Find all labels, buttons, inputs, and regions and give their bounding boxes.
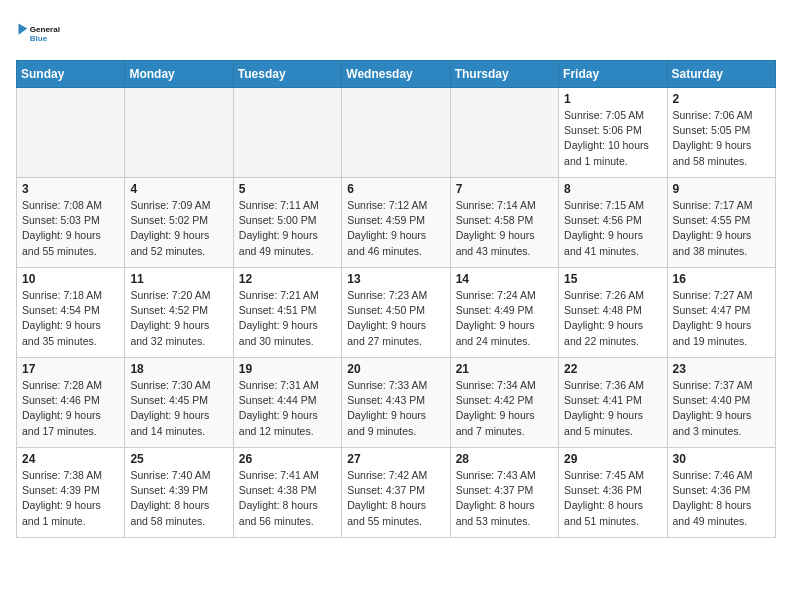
day-info: Sunrise: 7:34 AM Sunset: 4:42 PM Dayligh… bbox=[456, 378, 553, 439]
weekday-header-cell: Saturday bbox=[667, 61, 775, 88]
day-number: 24 bbox=[22, 452, 119, 466]
day-info: Sunrise: 7:05 AM Sunset: 5:06 PM Dayligh… bbox=[564, 108, 661, 169]
day-number: 7 bbox=[456, 182, 553, 196]
day-info: Sunrise: 7:40 AM Sunset: 4:39 PM Dayligh… bbox=[130, 468, 227, 529]
calendar-day-cell: 27Sunrise: 7:42 AM Sunset: 4:37 PM Dayli… bbox=[342, 448, 450, 538]
day-number: 27 bbox=[347, 452, 444, 466]
calendar-day-cell: 5Sunrise: 7:11 AM Sunset: 5:00 PM Daylig… bbox=[233, 178, 341, 268]
day-number: 5 bbox=[239, 182, 336, 196]
day-info: Sunrise: 7:33 AM Sunset: 4:43 PM Dayligh… bbox=[347, 378, 444, 439]
day-number: 18 bbox=[130, 362, 227, 376]
calendar-body: 1Sunrise: 7:05 AM Sunset: 5:06 PM Daylig… bbox=[17, 88, 776, 538]
day-number: 11 bbox=[130, 272, 227, 286]
page-header: General Blue bbox=[16, 16, 776, 52]
calendar-day-cell: 17Sunrise: 7:28 AM Sunset: 4:46 PM Dayli… bbox=[17, 358, 125, 448]
day-info: Sunrise: 7:36 AM Sunset: 4:41 PM Dayligh… bbox=[564, 378, 661, 439]
day-info: Sunrise: 7:31 AM Sunset: 4:44 PM Dayligh… bbox=[239, 378, 336, 439]
day-info: Sunrise: 7:11 AM Sunset: 5:00 PM Dayligh… bbox=[239, 198, 336, 259]
day-info: Sunrise: 7:41 AM Sunset: 4:38 PM Dayligh… bbox=[239, 468, 336, 529]
day-number: 25 bbox=[130, 452, 227, 466]
calendar-day-cell: 6Sunrise: 7:12 AM Sunset: 4:59 PM Daylig… bbox=[342, 178, 450, 268]
day-number: 26 bbox=[239, 452, 336, 466]
day-info: Sunrise: 7:18 AM Sunset: 4:54 PM Dayligh… bbox=[22, 288, 119, 349]
calendar-day-cell: 2Sunrise: 7:06 AM Sunset: 5:05 PM Daylig… bbox=[667, 88, 775, 178]
svg-text:General: General bbox=[30, 25, 60, 34]
day-info: Sunrise: 7:17 AM Sunset: 4:55 PM Dayligh… bbox=[673, 198, 770, 259]
calendar-day-cell: 29Sunrise: 7:45 AM Sunset: 4:36 PM Dayli… bbox=[559, 448, 667, 538]
day-info: Sunrise: 7:23 AM Sunset: 4:50 PM Dayligh… bbox=[347, 288, 444, 349]
calendar-day-cell bbox=[17, 88, 125, 178]
weekday-header-cell: Monday bbox=[125, 61, 233, 88]
day-info: Sunrise: 7:37 AM Sunset: 4:40 PM Dayligh… bbox=[673, 378, 770, 439]
calendar-day-cell: 3Sunrise: 7:08 AM Sunset: 5:03 PM Daylig… bbox=[17, 178, 125, 268]
calendar-day-cell: 10Sunrise: 7:18 AM Sunset: 4:54 PM Dayli… bbox=[17, 268, 125, 358]
calendar-day-cell: 9Sunrise: 7:17 AM Sunset: 4:55 PM Daylig… bbox=[667, 178, 775, 268]
day-number: 9 bbox=[673, 182, 770, 196]
day-info: Sunrise: 7:28 AM Sunset: 4:46 PM Dayligh… bbox=[22, 378, 119, 439]
day-number: 15 bbox=[564, 272, 661, 286]
calendar-week-row: 24Sunrise: 7:38 AM Sunset: 4:39 PM Dayli… bbox=[17, 448, 776, 538]
svg-marker-2 bbox=[19, 23, 28, 34]
day-info: Sunrise: 7:15 AM Sunset: 4:56 PM Dayligh… bbox=[564, 198, 661, 259]
calendar-day-cell: 19Sunrise: 7:31 AM Sunset: 4:44 PM Dayli… bbox=[233, 358, 341, 448]
day-info: Sunrise: 7:30 AM Sunset: 4:45 PM Dayligh… bbox=[130, 378, 227, 439]
day-number: 29 bbox=[564, 452, 661, 466]
day-number: 1 bbox=[564, 92, 661, 106]
day-info: Sunrise: 7:20 AM Sunset: 4:52 PM Dayligh… bbox=[130, 288, 227, 349]
day-number: 2 bbox=[673, 92, 770, 106]
calendar-day-cell: 14Sunrise: 7:24 AM Sunset: 4:49 PM Dayli… bbox=[450, 268, 558, 358]
calendar-day-cell: 7Sunrise: 7:14 AM Sunset: 4:58 PM Daylig… bbox=[450, 178, 558, 268]
day-number: 19 bbox=[239, 362, 336, 376]
day-info: Sunrise: 7:27 AM Sunset: 4:47 PM Dayligh… bbox=[673, 288, 770, 349]
day-info: Sunrise: 7:09 AM Sunset: 5:02 PM Dayligh… bbox=[130, 198, 227, 259]
day-info: Sunrise: 7:43 AM Sunset: 4:37 PM Dayligh… bbox=[456, 468, 553, 529]
calendar-day-cell: 25Sunrise: 7:40 AM Sunset: 4:39 PM Dayli… bbox=[125, 448, 233, 538]
day-number: 22 bbox=[564, 362, 661, 376]
calendar-week-row: 3Sunrise: 7:08 AM Sunset: 5:03 PM Daylig… bbox=[17, 178, 776, 268]
weekday-header-cell: Sunday bbox=[17, 61, 125, 88]
day-info: Sunrise: 7:38 AM Sunset: 4:39 PM Dayligh… bbox=[22, 468, 119, 529]
day-number: 28 bbox=[456, 452, 553, 466]
day-number: 30 bbox=[673, 452, 770, 466]
day-info: Sunrise: 7:26 AM Sunset: 4:48 PM Dayligh… bbox=[564, 288, 661, 349]
day-number: 21 bbox=[456, 362, 553, 376]
day-info: Sunrise: 7:46 AM Sunset: 4:36 PM Dayligh… bbox=[673, 468, 770, 529]
calendar-day-cell: 26Sunrise: 7:41 AM Sunset: 4:38 PM Dayli… bbox=[233, 448, 341, 538]
calendar-day-cell bbox=[342, 88, 450, 178]
day-number: 14 bbox=[456, 272, 553, 286]
weekday-header-cell: Tuesday bbox=[233, 61, 341, 88]
calendar-day-cell: 4Sunrise: 7:09 AM Sunset: 5:02 PM Daylig… bbox=[125, 178, 233, 268]
calendar-day-cell: 30Sunrise: 7:46 AM Sunset: 4:36 PM Dayli… bbox=[667, 448, 775, 538]
day-info: Sunrise: 7:21 AM Sunset: 4:51 PM Dayligh… bbox=[239, 288, 336, 349]
calendar-day-cell: 28Sunrise: 7:43 AM Sunset: 4:37 PM Dayli… bbox=[450, 448, 558, 538]
calendar-week-row: 10Sunrise: 7:18 AM Sunset: 4:54 PM Dayli… bbox=[17, 268, 776, 358]
weekday-header-cell: Thursday bbox=[450, 61, 558, 88]
calendar-day-cell: 1Sunrise: 7:05 AM Sunset: 5:06 PM Daylig… bbox=[559, 88, 667, 178]
calendar-day-cell: 18Sunrise: 7:30 AM Sunset: 4:45 PM Dayli… bbox=[125, 358, 233, 448]
day-info: Sunrise: 7:45 AM Sunset: 4:36 PM Dayligh… bbox=[564, 468, 661, 529]
calendar-week-row: 17Sunrise: 7:28 AM Sunset: 4:46 PM Dayli… bbox=[17, 358, 776, 448]
day-number: 20 bbox=[347, 362, 444, 376]
calendar-day-cell: 11Sunrise: 7:20 AM Sunset: 4:52 PM Dayli… bbox=[125, 268, 233, 358]
calendar-day-cell: 15Sunrise: 7:26 AM Sunset: 4:48 PM Dayli… bbox=[559, 268, 667, 358]
svg-text:Blue: Blue bbox=[30, 34, 48, 43]
day-number: 10 bbox=[22, 272, 119, 286]
day-number: 12 bbox=[239, 272, 336, 286]
day-info: Sunrise: 7:08 AM Sunset: 5:03 PM Dayligh… bbox=[22, 198, 119, 259]
calendar-day-cell: 21Sunrise: 7:34 AM Sunset: 4:42 PM Dayli… bbox=[450, 358, 558, 448]
day-number: 16 bbox=[673, 272, 770, 286]
calendar-day-cell: 22Sunrise: 7:36 AM Sunset: 4:41 PM Dayli… bbox=[559, 358, 667, 448]
calendar-day-cell: 13Sunrise: 7:23 AM Sunset: 4:50 PM Dayli… bbox=[342, 268, 450, 358]
day-info: Sunrise: 7:24 AM Sunset: 4:49 PM Dayligh… bbox=[456, 288, 553, 349]
day-number: 23 bbox=[673, 362, 770, 376]
calendar-day-cell: 8Sunrise: 7:15 AM Sunset: 4:56 PM Daylig… bbox=[559, 178, 667, 268]
calendar-week-row: 1Sunrise: 7:05 AM Sunset: 5:06 PM Daylig… bbox=[17, 88, 776, 178]
logo-svg: General Blue bbox=[16, 16, 66, 52]
day-number: 6 bbox=[347, 182, 444, 196]
calendar-table: SundayMondayTuesdayWednesdayThursdayFrid… bbox=[16, 60, 776, 538]
calendar-day-cell bbox=[125, 88, 233, 178]
calendar-day-cell: 12Sunrise: 7:21 AM Sunset: 4:51 PM Dayli… bbox=[233, 268, 341, 358]
calendar-day-cell: 23Sunrise: 7:37 AM Sunset: 4:40 PM Dayli… bbox=[667, 358, 775, 448]
day-info: Sunrise: 7:14 AM Sunset: 4:58 PM Dayligh… bbox=[456, 198, 553, 259]
weekday-header-row: SundayMondayTuesdayWednesdayThursdayFrid… bbox=[17, 61, 776, 88]
